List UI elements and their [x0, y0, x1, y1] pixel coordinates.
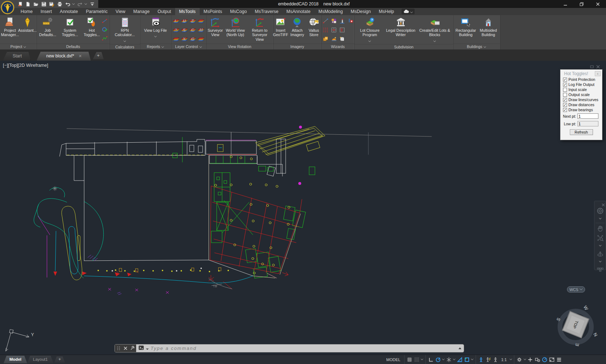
return-to-surveyor-view-button[interactable]: Return to Surveyor View: [247, 16, 272, 44]
wiz-dome-icon[interactable]: [330, 35, 338, 43]
ribbon-tab-msmodeling[interactable]: MsModeling: [315, 8, 347, 15]
ribbon-tab-mstraverse[interactable]: MsTraverse: [251, 8, 282, 15]
zoom-caret-icon[interactable]: [599, 242, 602, 248]
ribbon-tab-msannotate[interactable]: MsAnnotate: [282, 8, 315, 15]
output-scale-checkbox[interactable]: [563, 93, 567, 97]
hot-toggles-button[interactable]: Hot Toggles...: [82, 16, 101, 44]
status-caret-icon[interactable]: [420, 359, 424, 360]
qat-customize-icon[interactable]: [89, 1, 95, 7]
legal-description-writer-button[interactable]: Legal Description Writer: [384, 16, 417, 44]
wiz-spiral-icon[interactable]: [346, 17, 354, 25]
view-log-file-button[interactable]: View Log File: [143, 16, 168, 44]
ribbon-tab-annotate[interactable]: Annotate: [56, 8, 82, 15]
drawing-canvas[interactable]: Y TB [−][Top][2D Wireframe] Hot Toggles!…: [0, 61, 606, 355]
refresh-button[interactable]: Refresh: [570, 129, 593, 135]
mini-circle-check-icon[interactable]: [102, 27, 108, 33]
layer-tool-g-icon[interactable]: G: [189, 35, 197, 43]
file-tab-start[interactable]: Start: [3, 51, 31, 61]
undo-icon[interactable]: [64, 1, 71, 7]
draw-bearings-checkbox[interactable]: ✓: [563, 108, 567, 112]
mini-line-icon[interactable]: [102, 18, 108, 24]
workspace-switching-icon[interactable]: [516, 356, 523, 364]
plot-icon[interactable]: [56, 1, 63, 7]
create-edit-lots-blocks-button[interactable]: HHCreate/Edit Lots & Blocks: [417, 16, 452, 44]
new-drawing-tab-button[interactable]: +: [93, 52, 104, 59]
wiz-line-icon[interactable]: [321, 17, 329, 25]
layer-tool-x-icon[interactable]: X: [181, 35, 189, 43]
annotation-autoscale-icon[interactable]: [485, 356, 492, 364]
panel-label-layer-control[interactable]: Layer Control: [171, 44, 206, 49]
orbit-icon[interactable]: [594, 249, 606, 265]
insert-geotiff-button[interactable]: Insert GeoTIFF: [272, 16, 289, 44]
ribbon-tab-mshelp[interactable]: MsHelp: [375, 8, 398, 15]
checkbox-draw-bearings[interactable]: ✓Draw bearings: [560, 107, 602, 112]
checkbox-output-scale[interactable]: Output scale: [560, 92, 602, 97]
wiz-list-grid-icon[interactable]: [338, 26, 346, 34]
status-caret-icon[interactable]: [523, 359, 527, 360]
checkbox-draw-lines-curves[interactable]: ✓Draw lines/curves: [560, 97, 602, 102]
wiz-lighthouse-icon[interactable]: [338, 17, 346, 25]
minimize-button-icon[interactable]: [557, 0, 573, 8]
panel-label-project[interactable]: Project: [0, 44, 36, 49]
layout-tab-model[interactable]: Model: [4, 356, 27, 363]
panel-label-defaults[interactable]: Defaults: [37, 44, 109, 49]
panel-label-imagery[interactable]: Imagery: [273, 44, 321, 49]
wiz-book-icon[interactable]: [338, 35, 346, 43]
command-customize-icon[interactable]: [130, 346, 135, 351]
checkbox-log-file-output[interactable]: ✓Log File Output: [560, 82, 602, 87]
ribbon-tab-parametric[interactable]: Parametric: [82, 8, 112, 15]
ribbon-tab-insert[interactable]: Insert: [36, 8, 56, 15]
polar-tracking-icon[interactable]: [434, 356, 442, 364]
new-file-icon[interactable]: [25, 1, 31, 7]
attach-imagery-button[interactable]: Attach Imagery: [289, 16, 306, 44]
mini-zigzag-icon[interactable]: [102, 35, 108, 42]
valtus-store-button[interactable]: Valtus Store: [306, 16, 322, 44]
file-tab-close-icon[interactable]: ✕: [78, 54, 82, 58]
annotation-scale-value[interactable]: 1:1: [499, 356, 509, 364]
snap-mode-icon[interactable]: [406, 356, 413, 364]
job-defaults-button[interactable]: Job Defaults...: [38, 16, 58, 44]
palette-title-bar[interactable]: Hot Toggles! x: [560, 70, 602, 77]
layer-tool-s-icon[interactable]: S: [181, 26, 189, 34]
panel-label-calculators[interactable]: Calculators: [110, 44, 140, 50]
clean-screen-icon[interactable]: [548, 356, 555, 364]
viewport-controls[interactable]: [−][Top][2D Wireframe]: [3, 63, 48, 68]
annotation-monitor-icon[interactable]: [527, 356, 534, 364]
layer-tool-11-icon[interactable]: [197, 35, 205, 43]
ribbon-tab-manage[interactable]: Manage: [129, 8, 153, 15]
steering-wheel-icon[interactable]: [594, 206, 606, 222]
panel-label-reports[interactable]: Reports: [140, 44, 171, 49]
next-pt-input[interactable]: [577, 113, 598, 119]
panel-label-view-rotation[interactable]: View Rotation: [206, 44, 273, 49]
checkbox-draw-distances[interactable]: ✓Draw distances: [560, 102, 602, 107]
layer-tool-c-icon[interactable]: C: [189, 26, 197, 34]
lot-closure-program-button[interactable]: ?Lot Closure Program: [355, 16, 384, 44]
model-space-toggle[interactable]: MODEL: [384, 356, 403, 364]
command-input[interactable]: Type a command: [136, 344, 456, 352]
system-toggles-button[interactable]: System Toggles...: [58, 16, 82, 44]
surveyor-view-button[interactable]: Surveyor View: [207, 16, 224, 44]
layout-tab-layout1[interactable]: Layout1: [27, 356, 53, 363]
palette-x-button[interactable]: x: [595, 71, 601, 76]
wiz-arrow-grid-icon[interactable]: [330, 26, 338, 34]
object-snap-icon[interactable]: [463, 356, 471, 364]
new-layout-button[interactable]: +: [54, 356, 65, 363]
draw-distances-checkbox[interactable]: ✓: [563, 103, 567, 107]
ribbon-tab-mscogo[interactable]: MsCogo: [226, 8, 251, 15]
point-protection-checkbox[interactable]: ✓: [563, 78, 567, 82]
isometric-drafting-icon[interactable]: [445, 356, 453, 364]
ribbon-tab-mspoints[interactable]: MsPoints: [200, 8, 226, 15]
viewcube[interactable]: TOP W S N E: [554, 305, 597, 348]
assistant-button[interactable]: Assistant...: [19, 16, 36, 44]
orbit-caret-icon[interactable]: [599, 257, 602, 264]
open-file-icon[interactable]: [33, 1, 39, 7]
layer-tool-m-icon[interactable]: M: [197, 26, 205, 34]
command-prompt-icon[interactable]: [138, 345, 144, 352]
show-motion-icon[interactable]: [594, 265, 606, 274]
redo-caret-icon[interactable]: [85, 1, 87, 7]
layer-tool--icon[interactable]: ?: [172, 26, 180, 34]
annotation-tools-icon[interactable]: [456, 356, 463, 364]
ribbon-tab-output[interactable]: Output: [153, 8, 175, 15]
create-edit-lots-blocks-caret-icon[interactable]: [433, 37, 436, 44]
view-log-file-caret-icon[interactable]: [154, 32, 157, 39]
